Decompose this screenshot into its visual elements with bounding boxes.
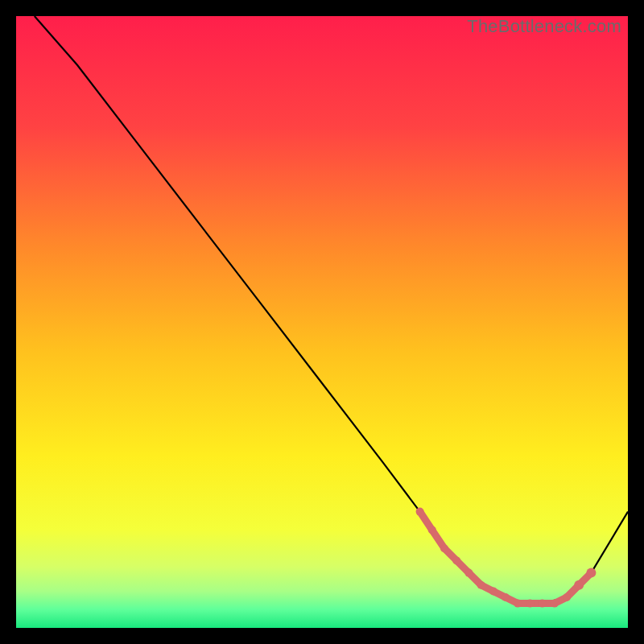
highlight-dot bbox=[526, 600, 534, 608]
plot-area: TheBottleneck.com bbox=[16, 16, 628, 628]
gradient-background bbox=[16, 16, 628, 628]
highlight-dot bbox=[440, 544, 448, 552]
highlight-dot bbox=[477, 581, 485, 589]
highlight-dot bbox=[502, 593, 510, 601]
chart-svg bbox=[16, 16, 628, 628]
highlight-dot bbox=[514, 600, 522, 608]
highlight-dot bbox=[551, 600, 559, 608]
highlight-dot bbox=[574, 580, 584, 590]
highlight-dot bbox=[563, 593, 571, 601]
highlight-dot bbox=[428, 526, 436, 534]
highlight-dot bbox=[489, 587, 497, 595]
highlight-dot bbox=[586, 568, 596, 578]
chart-frame: TheBottleneck.com bbox=[16, 16, 628, 628]
highlight-dot bbox=[452, 556, 460, 564]
highlight-dot bbox=[464, 569, 473, 577]
highlight-dot bbox=[416, 508, 424, 516]
highlight-dot bbox=[539, 600, 547, 608]
